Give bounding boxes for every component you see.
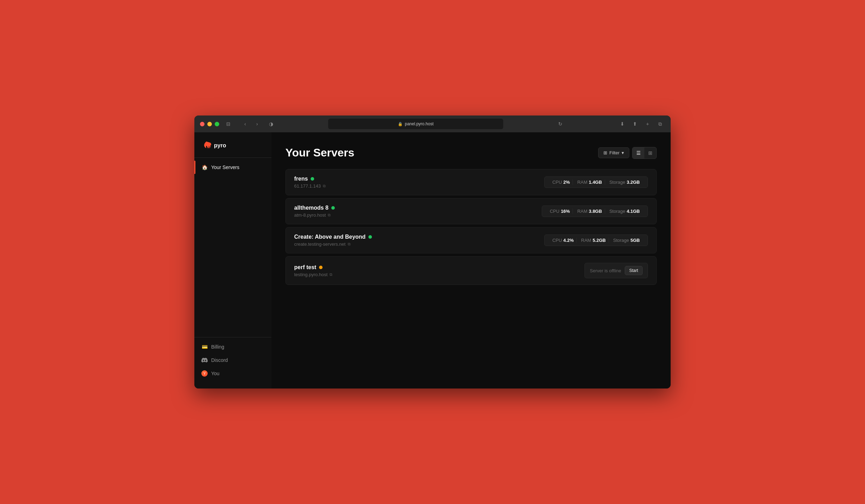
url-text: panel.pyro.host: [405, 121, 434, 126]
browser-window: ⊟ ‹ › ◑ 🔒 panel.pyro.host ↻ ⬇ ⬆ + ⧉ pyro: [194, 115, 671, 388]
storage-value-create: 5GB: [630, 238, 640, 243]
sidebar-item-billing[interactable]: 💳 Billing: [194, 340, 271, 354]
view-toggle: ☰ ⊞: [632, 147, 657, 159]
server-stats-frens: CPU 2% RAM 1.4GB Storage 3.2GB: [544, 176, 648, 188]
copy-address-icon-perftest[interactable]: ⧉: [330, 272, 332, 277]
server-card-create[interactable]: Create: Above and Beyond create.testing-…: [285, 227, 657, 253]
cpu-value-allthemods8: 16%: [561, 209, 570, 214]
storage-label-frens: Storage: [609, 180, 625, 185]
page-title: Your Servers: [285, 146, 354, 159]
sidebar-item-discord[interactable]: Discord: [194, 354, 271, 367]
server-name-row-frens: frens: [294, 176, 326, 182]
share-button[interactable]: ⬆: [630, 119, 640, 129]
filter-label: Filter: [609, 150, 620, 155]
header-actions: ⊞ Filter ▾ ☰ ⊞: [598, 147, 657, 159]
server-name-row-perftest: perf test: [294, 264, 332, 271]
discord-icon: [201, 357, 208, 363]
server-card-allthemods8[interactable]: allthemods 8 atm-8.pyro.host ⧉ CPU 16%: [285, 198, 657, 224]
server-stats-allthemods8: CPU 16% RAM 3.8GB Storage 4.1GB: [542, 205, 648, 217]
tabs-button[interactable]: ⧉: [655, 119, 665, 129]
sidebar-toggle-button[interactable]: ⊟: [223, 119, 233, 129]
cpu-label-create: CPU: [552, 238, 562, 243]
server-address-allthemods8: atm-8.pyro.host ⧉: [294, 212, 335, 218]
server-name-row-allthemods8: allthemods 8: [294, 205, 335, 211]
your-servers-icon: 🏠: [201, 164, 208, 170]
server-address-text-frens: 61.177.1.143: [294, 183, 321, 189]
server-name-allthemods8: allthemods 8: [294, 205, 328, 211]
server-address-text-allthemods8: atm-8.pyro.host: [294, 212, 326, 218]
forward-button[interactable]: ›: [252, 119, 262, 129]
copy-address-icon-frens[interactable]: ⧉: [323, 184, 326, 188]
list-view-icon: ☰: [636, 150, 641, 156]
sidebar-item-discord-label: Discord: [211, 357, 228, 363]
cpu-value-frens: 2%: [563, 180, 570, 185]
cpu-stat-create: CPU 4.2%: [549, 238, 577, 243]
sidebar-logo: pyro: [194, 138, 271, 156]
address-bar[interactable]: 🔒 panel.pyro.host: [328, 119, 503, 129]
ram-stat-allthemods8: RAM 3.8GB: [574, 209, 605, 214]
offline-text-perftest: Server is offline: [590, 268, 621, 273]
grid-view-button[interactable]: ⊞: [644, 147, 656, 159]
you-avatar-icon: Y: [201, 370, 208, 377]
sidebar-item-your-servers-label: Your Servers: [211, 164, 239, 170]
grid-view-icon: ⊞: [648, 150, 652, 156]
ram-value-frens: 1.4GB: [589, 180, 602, 185]
sidebar-item-you[interactable]: Y You: [194, 367, 271, 380]
sidebar-item-your-servers[interactable]: 🏠 Your Servers: [194, 161, 271, 174]
server-address-frens: 61.177.1.143 ⧉: [294, 183, 326, 189]
storage-stat-frens: Storage 3.2GB: [607, 180, 643, 185]
server-name-create: Create: Above and Beyond: [294, 234, 366, 240]
cpu-label-allthemods8: CPU: [550, 209, 559, 214]
server-status-frens: [311, 177, 314, 181]
billing-icon: 💳: [201, 344, 208, 350]
sidebar: pyro 🏠 Your Servers 💳 Billing: [194, 132, 271, 388]
server-address-perftest: testing.pyro.host ⧉: [294, 272, 332, 277]
start-server-button-perftest[interactable]: Start: [625, 266, 643, 275]
server-address-create: create.testing-servers.net ⧉: [294, 241, 372, 247]
back-button[interactable]: ‹: [240, 119, 250, 129]
server-card-perftest[interactable]: perf test testing.pyro.host ⧉ Server is …: [285, 256, 657, 285]
sidebar-bottom: 💳 Billing Discord Y You: [194, 337, 271, 383]
cpu-stat-allthemods8: CPU 16%: [547, 209, 573, 214]
storage-label-create: Storage: [613, 238, 629, 243]
page-header: Your Servers ⊞ Filter ▾ ☰ ⊞: [285, 146, 657, 159]
server-name-frens: frens: [294, 176, 308, 182]
server-status-create: [368, 235, 372, 239]
pyro-logo-icon: [201, 141, 211, 150]
copy-address-icon-create[interactable]: ⧉: [348, 242, 351, 246]
storage-stat-create: Storage 5GB: [610, 238, 643, 243]
minimize-button[interactable]: [207, 122, 212, 126]
server-card-frens[interactable]: frens 61.177.1.143 ⧉ CPU 2%: [285, 169, 657, 195]
ram-value-create: 5.2GB: [593, 238, 606, 243]
server-address-text-create: create.testing-servers.net: [294, 241, 346, 247]
new-tab-button[interactable]: +: [643, 119, 652, 129]
server-info-allthemods8: allthemods 8 atm-8.pyro.host ⧉: [294, 205, 335, 218]
lock-icon: 🔒: [398, 122, 403, 126]
server-status-allthemods8: [331, 206, 335, 210]
theme-toggle-button[interactable]: ◑: [266, 119, 276, 129]
server-info-frens: frens 61.177.1.143 ⧉: [294, 176, 326, 189]
server-name-row-create: Create: Above and Beyond: [294, 234, 372, 240]
maximize-button[interactable]: [215, 122, 219, 126]
ram-label-create: RAM: [581, 238, 591, 243]
server-info-create: Create: Above and Beyond create.testing-…: [294, 234, 372, 247]
server-list: frens 61.177.1.143 ⧉ CPU 2%: [285, 169, 657, 285]
download-button[interactable]: ⬇: [617, 119, 627, 129]
ram-label-allthemods8: RAM: [577, 209, 587, 214]
copy-address-icon-allthemods8[interactable]: ⧉: [328, 213, 331, 217]
sidebar-item-billing-label: Billing: [211, 344, 224, 350]
ram-value-allthemods8: 3.8GB: [589, 209, 602, 214]
storage-value-allthemods8: 4.1GB: [627, 209, 640, 214]
list-view-button[interactable]: ☰: [632, 147, 644, 159]
ram-label-frens: RAM: [577, 180, 587, 185]
ram-stat-frens: RAM 1.4GB: [574, 180, 605, 185]
cpu-stat-frens: CPU 2%: [549, 180, 573, 185]
sidebar-item-you-label: You: [211, 371, 220, 376]
storage-label-allthemods8: Storage: [609, 209, 625, 214]
server-status-perftest: [319, 266, 323, 269]
server-offline-perftest: Server is offline Start: [584, 263, 648, 278]
close-button[interactable]: [200, 122, 205, 126]
browser-controls: ‹ ›: [240, 119, 262, 129]
reload-button[interactable]: ↻: [555, 119, 565, 129]
filter-button[interactable]: ⊞ Filter ▾: [598, 147, 629, 158]
